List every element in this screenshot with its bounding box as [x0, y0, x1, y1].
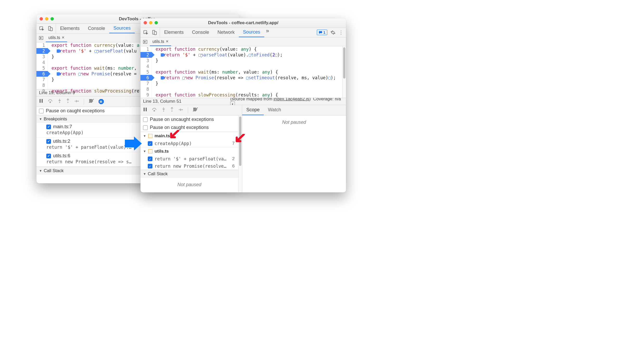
breakpoint-checkbox[interactable] [148, 157, 152, 161]
more-tabs-icon[interactable]: » [264, 28, 271, 37]
close-tab-icon[interactable]: × [62, 35, 65, 40]
tab-scope[interactable]: Scope [242, 105, 264, 115]
file-tab-utils[interactable]: utils.ts × [46, 34, 67, 42]
tab-sources[interactable]: Sources [239, 28, 264, 37]
not-paused-label: Not paused [140, 178, 238, 192]
svg-point-8 [67, 102, 68, 103]
editor-statusbar: Line 13, Column 51 (source mapped from i… [140, 98, 346, 105]
kebab-icon[interactable]: ⋮ [339, 30, 343, 35]
breakpoint-item[interactable]: createApp(App) 7 [140, 140, 238, 147]
step-into-icon[interactable] [58, 99, 61, 105]
breakpoint-group-main[interactable]: ▼ main.ts [140, 132, 238, 140]
svg-rect-12 [154, 31, 156, 35]
step-out-icon[interactable] [170, 107, 174, 113]
svg-rect-2 [50, 28, 52, 31]
pause-on-exceptions-icon[interactable] [99, 99, 104, 104]
navigator-icon[interactable] [36, 34, 46, 42]
pause-caught-checkbox[interactable]: Pause on caught exceptions [140, 124, 238, 132]
breakpoint-group-utils[interactable]: ▼ utils.ts [140, 147, 238, 155]
svg-point-7 [59, 102, 60, 103]
breakpoint-item[interactable]: return '$' + parseFloat(va… 2 [140, 155, 238, 162]
svg-point-17 [163, 110, 164, 112]
minimize-icon[interactable] [45, 17, 48, 21]
svg-point-16 [154, 110, 155, 111]
svg-rect-15 [146, 108, 147, 111]
breakpoint-checkbox[interactable] [46, 139, 51, 144]
annotation-arrow-red [169, 130, 179, 140]
maximize-icon[interactable] [50, 17, 54, 21]
annotation-arrow-red [235, 134, 245, 144]
issues-badge[interactable]: 1 [317, 30, 327, 35]
maximize-icon[interactable] [155, 21, 158, 24]
minimize-icon[interactable] [149, 21, 152, 24]
svg-rect-14 [144, 108, 145, 111]
deactivate-breakpoints-icon[interactable] [193, 107, 198, 113]
close-tab-icon[interactable]: × [166, 39, 169, 44]
svg-rect-4 [40, 99, 41, 103]
device-icon[interactable] [152, 30, 157, 35]
tab-watch[interactable]: Watch [264, 105, 285, 115]
pause-icon[interactable] [39, 99, 43, 104]
debugger-controls [140, 105, 242, 115]
devtools-window-new: DevTools - coffee-cart.netlify.app/ Elem… [140, 18, 346, 192]
tab-elements[interactable]: Elements [56, 24, 84, 33]
svg-rect-5 [42, 99, 43, 103]
navigator-icon[interactable] [140, 37, 150, 46]
not-paused-label: Not paused [242, 115, 346, 129]
breakpoint-item[interactable]: return new Promise(resolve… 6 [140, 162, 238, 170]
panel-tabs: Elements Console Network Sources » 1 ⋮ [140, 28, 346, 37]
step-into-icon[interactable] [162, 107, 165, 113]
window-title: DevTools - coffee-cart.netlify.app/ [140, 20, 346, 25]
svg-point-6 [50, 102, 51, 103]
breakpoint-checkbox[interactable] [148, 164, 152, 168]
breakpoint-checkbox[interactable] [148, 141, 152, 146]
svg-point-19 [182, 109, 183, 110]
step-icon[interactable] [74, 99, 79, 104]
code-editor[interactable]: 1234 56789 export function currency(valu… [140, 46, 346, 98]
deactivate-breakpoints-icon[interactable] [89, 99, 94, 105]
svg-point-9 [78, 101, 79, 102]
step-icon[interactable] [178, 107, 183, 113]
pause-uncaught-checkbox[interactable]: Pause on uncaught exceptions [140, 115, 238, 124]
step-out-icon[interactable] [66, 99, 70, 105]
tab-console[interactable]: Console [84, 24, 109, 33]
callstack-header[interactable]: ▼Call Stack [140, 170, 238, 178]
scrollbar[interactable] [342, 46, 346, 98]
gear-icon[interactable] [330, 30, 336, 35]
annotation-arrow-blue [125, 136, 142, 151]
titlebar[interactable]: DevTools - coffee-cart.netlify.app/ [140, 18, 346, 28]
tab-network[interactable]: Network [213, 28, 239, 37]
svg-point-18 [171, 110, 172, 112]
breakpoint-checkbox[interactable] [46, 154, 51, 158]
inspect-icon[interactable] [39, 26, 44, 31]
step-over-icon[interactable] [152, 107, 157, 113]
scope-watch-panel: Scope Watch Not paused [242, 105, 346, 192]
file-tabs: utils.ts × [140, 37, 346, 46]
file-tab-utils[interactable]: utils.ts × [150, 37, 171, 46]
file-icon [148, 134, 152, 138]
device-icon[interactable] [48, 26, 53, 31]
pause-icon[interactable] [143, 107, 147, 113]
close-icon[interactable] [40, 17, 43, 21]
step-over-icon[interactable] [48, 99, 53, 104]
tab-elements[interactable]: Elements [160, 28, 188, 37]
breakpoint-checkbox[interactable] [46, 125, 51, 129]
file-icon [148, 149, 152, 153]
tab-console[interactable]: Console [188, 28, 213, 37]
scrollbar[interactable] [238, 115, 242, 192]
inspect-icon[interactable] [143, 30, 148, 35]
tab-sources[interactable]: Sources [109, 24, 135, 33]
close-icon[interactable] [144, 21, 147, 24]
